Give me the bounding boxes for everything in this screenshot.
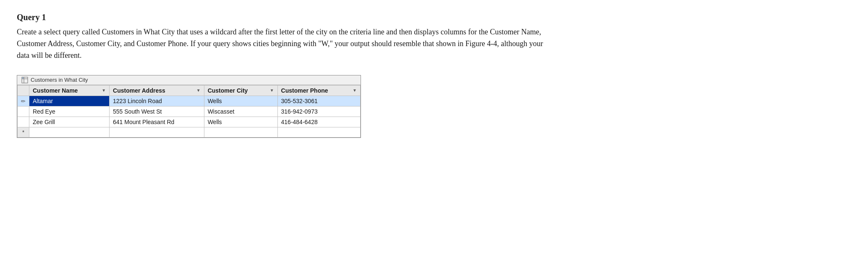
table-cell[interactable]: Zee Grill xyxy=(29,117,110,127)
col-header-customer-address[interactable]: Customer Address ▼ xyxy=(110,85,204,96)
window-title-tab: Customers in What City xyxy=(31,77,88,83)
row-selector-cell: ✏ xyxy=(18,96,29,106)
datasheet-table: Customer Name ▼ Customer Address ▼ Custo… xyxy=(17,85,361,138)
col-dropdown-arrow-address[interactable]: ▼ xyxy=(196,88,201,93)
query-title: Query 1 xyxy=(17,13,851,22)
new-row-selector: * xyxy=(18,127,29,137)
table-row[interactable]: Zee Grill641 Mount Pleasant RdWells416-4… xyxy=(18,117,361,127)
table-header-row: Customer Name ▼ Customer Address ▼ Custo… xyxy=(18,85,361,96)
col-header-customer-name[interactable]: Customer Name ▼ xyxy=(29,85,110,96)
table-cell[interactable]: 1223 Lincoln Road xyxy=(110,96,204,106)
new-row-cell[interactable] xyxy=(29,127,110,137)
header-row-selector xyxy=(18,85,29,96)
table-cell[interactable]: 641 Mount Pleasant Rd xyxy=(110,117,204,127)
row-selector-cell xyxy=(18,106,29,117)
table-cell[interactable]: 316-942-0973 xyxy=(277,106,360,117)
col-header-customer-phone[interactable]: Customer Phone ▼ xyxy=(277,85,360,96)
svg-rect-3 xyxy=(22,78,24,78)
col-dropdown-arrow-phone[interactable]: ▼ xyxy=(353,88,357,93)
new-row[interactable]: * xyxy=(18,127,361,137)
table-cell[interactable]: Altamar xyxy=(29,96,110,106)
col-dropdown-arrow-city[interactable]: ▼ xyxy=(270,88,274,93)
table-cell[interactable]: Wells xyxy=(204,117,277,127)
new-row-cell[interactable] xyxy=(110,127,204,137)
table-cell[interactable]: 555 South West St xyxy=(110,106,204,117)
new-row-cell[interactable] xyxy=(277,127,360,137)
table-row[interactable]: ✏Altamar1223 Lincoln RoadWells305-532-30… xyxy=(18,96,361,106)
table-cell[interactable]: Red Eye xyxy=(29,106,110,117)
table-icon xyxy=(21,77,28,83)
row-selector-cell xyxy=(18,117,29,127)
table-cell[interactable]: 305-532-3061 xyxy=(277,96,360,106)
col-dropdown-arrow-name[interactable]: ▼ xyxy=(102,88,106,93)
table-row[interactable]: Red Eye555 South West StWiscasset316-942… xyxy=(18,106,361,117)
query-description: Create a select query called Customers i… xyxy=(17,26,554,62)
table-cell[interactable]: 416-484-6428 xyxy=(277,117,360,127)
access-window: Customers in What City Customer Name ▼ C… xyxy=(17,75,361,138)
new-row-cell[interactable] xyxy=(204,127,277,137)
col-header-customer-city[interactable]: Customer City ▼ xyxy=(204,85,277,96)
table-cell[interactable]: Wells xyxy=(204,96,277,106)
access-titlebar: Customers in What City xyxy=(17,75,361,85)
pencil-icon: ✏ xyxy=(21,98,26,104)
query-section: Query 1 Create a select query called Cus… xyxy=(17,13,851,138)
table-cell[interactable]: Wiscasset xyxy=(204,106,277,117)
